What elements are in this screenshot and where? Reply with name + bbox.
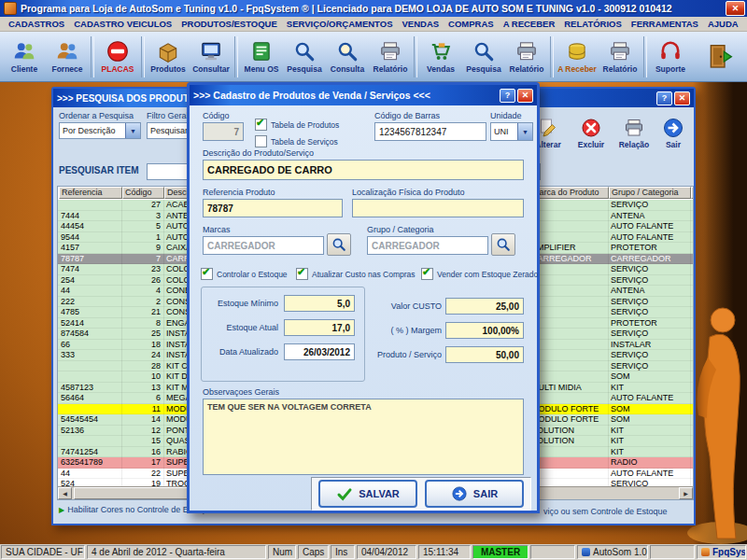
dialog-titlebar[interactable]: >>> Cadastro de Produtos de Venda / Serv… [190,85,537,105]
checkbox-icon[interactable] [255,135,267,147]
grupo-field[interactable]: CARREGADOR [367,236,488,255]
margem-field[interactable]: 100,00% [445,322,524,339]
toolbar-button-suporte[interactable]: Suporte [649,34,692,80]
cell-grupo: ANTENA [609,286,691,297]
cell-codigo: 25 [122,329,164,340]
cell-referencia: 4587123 [59,383,122,394]
search-icon [292,39,317,63]
barras-field[interactable]: 1234567812347 [374,122,486,141]
menu-item[interactable]: RELATÓRIOS [559,19,627,29]
checkbox-icon[interactable] [255,119,267,131]
chevron-down-icon[interactable]: ▼ [125,123,140,138]
menu-item[interactable]: VENDAS [397,19,444,29]
referencia-field[interactable]: 78787 [203,199,343,217]
cell-grupo: SERVIÇO [609,329,691,340]
menu-item[interactable]: FERRAMENTAS [627,19,703,29]
estoque-atual-field[interactable]: 17,0 [284,319,355,336]
controlar-estoque-checkbox[interactable]: Controlar o Estoque [201,268,288,280]
excluir-button[interactable]: Excluir [571,109,612,156]
brand-mini-icon [701,548,710,556]
relacao-button[interactable]: Relação [613,109,655,156]
checkbox-icon[interactable] [201,268,213,280]
cell-marca [529,361,609,372]
toolbar-button-placas[interactable]: PLACAS [96,34,139,80]
help-icon[interactable]: ? [500,89,515,103]
toolbar-button-cliente[interactable]: Cliente [3,34,46,80]
estoque-minimo-field[interactable]: 5,0 [284,295,355,312]
toolbar-button-vendas[interactable]: Vendas [419,34,462,80]
toolbar-button-a-receber[interactable]: A Receber [556,34,599,80]
scroll-right-icon[interactable]: ▶ [679,487,693,499]
cell-codigo: 18 [122,340,164,351]
close-icon[interactable]: ✕ [674,91,690,105]
scroll-left-icon[interactable]: ◀ [58,487,72,499]
grupo-search-button[interactable] [491,233,515,256]
observacoes-textarea[interactable]: TEM QUE SER NA VOLTAGEM CORRETA [203,399,524,475]
menu-bar: CADASTROSCADASTRO VEICULOSPRODUTOS/ESTOQ… [0,17,747,32]
checkbox-icon[interactable] [421,268,433,280]
cell-grupo: SERVIÇO [609,350,691,361]
cell-grupo: AUTO FALANTE [609,232,691,244]
column-header-codigo[interactable]: Código [122,187,164,199]
menu-item[interactable]: AJUDA [703,19,743,29]
application-window: Programa para Loja de AutoSom e Tuning v… [0,0,747,560]
toolbar-separator [550,36,554,77]
green-arrow-icon: ▶ [59,506,64,514]
cell-referencia [59,436,122,447]
data-atualizado-field[interactable]: 26/03/2012 [284,343,355,360]
valor-custo-field[interactable]: 25,00 [445,298,524,315]
unidade-select[interactable]: UNI ▼ [490,122,533,141]
atualizar-custo-checkbox[interactable]: Atualizar Custo nas Compras [296,268,416,280]
tabela-produtos-checkbox[interactable]: Tabela de Produtos [255,119,339,131]
cell-referencia: 9544 [59,232,122,244]
checkbox-icon[interactable] [296,268,308,280]
suppliers-icon [55,39,79,63]
toolbar-button-sair[interactable] [698,34,744,80]
toolbar-button-menu-os[interactable]: Menu OS [240,34,283,80]
toolbar-button-produtos[interactable]: Produtos [147,34,190,80]
toolbar-button-relatorio-os[interactable]: Relatório [369,34,412,80]
toolbar-button-relatorio-vendas[interactable]: Relatório [505,34,548,80]
close-icon[interactable]: ✕ [517,89,533,103]
menu-item[interactable]: SERVIÇO/ORÇAMENTOS [282,19,398,29]
status-app-version: AutoSom 1.0 [577,545,648,559]
scrollbar-thumb[interactable] [74,487,197,499]
marcas-search-button[interactable] [327,233,351,256]
cell-codigo: 11 [122,404,164,415]
order-select[interactable]: Por Descrição ▼ [59,122,141,139]
menu-item[interactable]: PRODUTOS/ESTOQUE [176,19,282,29]
column-header-marca[interactable]: Marca do Produto [529,187,609,199]
menu-item[interactable]: COMPRAS [444,19,499,29]
toolbar-button-consulta-os[interactable]: Consulta [326,34,369,80]
toolbar-button-pesquisa-vendas[interactable]: Pesquisa [462,34,505,80]
exit-door-icon [706,41,736,71]
cell-marca [529,318,609,329]
column-header-grupo[interactable]: Grupo / Categoria [609,187,691,199]
toolbar-button-consultar[interactable]: Consultar [190,34,233,80]
close-icon[interactable]: ✕ [726,1,745,16]
vender-zerado-checkbox[interactable]: Vender com Estoque Zerado [421,268,538,280]
toolbar-button-label: Produtos [150,64,185,74]
toolbar-button-fornecedor[interactable]: Fornece [46,34,89,80]
help-icon[interactable]: ? [656,91,672,105]
toolbar-button-pesquisa-os[interactable]: Pesquisa [283,34,326,80]
salvar-button[interactable]: SALVAR [318,480,417,508]
descricao-field[interactable]: CARREGADO DE CARRO [203,160,524,180]
menu-item[interactable]: CADASTROS [4,19,69,29]
codigo-label: Código [203,111,230,120]
sair-button[interactable]: SAIR [425,480,524,508]
column-header-referencia[interactable]: Referencia [59,187,122,199]
exit-arrow-icon [451,485,468,502]
descricao-label: Descrição do Produto/Serviço [203,148,314,158]
menu-item[interactable]: A RECEBER [499,19,560,29]
sair-button[interactable]: Sair [653,109,694,156]
tabela-servicos-checkbox[interactable]: Tabela de Serviços [255,135,338,147]
localizacao-field[interactable] [352,199,524,217]
preco-field[interactable]: 50,00 [445,346,524,363]
menu-item[interactable]: CADASTRO VEICULOS [69,19,176,29]
toolbar-button-relatorio-receber[interactable]: Relatório [599,34,641,80]
marcas-field[interactable]: CARREGADOR [203,236,324,255]
column-header-localizacao[interactable]: Localização [691,187,694,199]
estoque-atual-label: Estoque Atual [205,323,278,332]
chevron-down-icon[interactable]: ▼ [517,123,532,140]
